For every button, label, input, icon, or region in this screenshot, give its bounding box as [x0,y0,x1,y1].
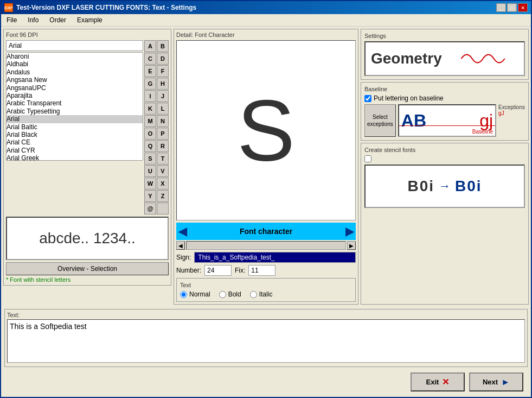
baseline-checkbox-row: Put lettering on baseline [364,94,525,102]
letter-Z[interactable]: Z [157,190,169,202]
letter-X[interactable]: X [157,178,169,189]
overview-selection-button[interactable]: Overview - Selection [6,262,169,275]
letter-Q[interactable]: Q [144,140,156,152]
font-option-arial-cyr[interactable]: Arial CYR [7,147,143,154]
letter-G[interactable]: G [144,78,156,90]
char-display-letter: S [237,87,295,174]
font-option-andalus[interactable]: Andalus [7,68,143,76]
letter-U[interactable]: U [144,165,156,177]
radio-bold[interactable]: Bold [219,290,241,298]
baseline-checkbox[interactable] [364,95,371,102]
font-option-arial-baltic[interactable]: Arial Baltic [7,123,143,131]
letter-Y[interactable]: Y [144,190,156,202]
select-exceptions-button[interactable]: Select exceptions [364,104,396,137]
stencil-checkbox-row [364,155,525,162]
stencil-preview: B0i → B0i [364,165,525,208]
font-option-arial-black[interactable]: Arial Black [7,131,143,138]
letter-empty[interactable] [157,203,169,214]
scroll-right-button[interactable]: ▶ [347,241,356,250]
letter-L[interactable]: L [157,103,169,115]
settings-label: Settings [364,33,525,39]
scroll-area: ◀ ▶ [176,241,356,250]
font-option-angsana-new[interactable]: Angsana New [7,76,143,84]
radio-normal[interactable]: Normal [180,290,210,298]
exit-button[interactable]: Exit ✕ [411,372,465,391]
font-option-aharoni[interactable]: Aharoni [7,53,143,60]
letter-E[interactable]: E [144,65,156,77]
font-option-arabic-transparent[interactable]: Arabic Transparent [7,99,143,107]
number-input[interactable] [204,265,232,276]
font-input[interactable] [6,40,143,51]
text-area-label: Text: [7,312,525,318]
fix-input[interactable] [248,265,275,276]
next-icon: ► [501,377,510,387]
next-button[interactable]: Next ► [469,372,523,391]
font-option-angsanaupc[interactable]: AngsanaUPC [7,84,143,92]
font-selector-area: Aharoni Aldhabi Andalus Angsana New Angs… [6,40,169,214]
letter-D[interactable]: D [157,53,169,65]
letter-C[interactable]: C [144,53,156,65]
letter-B[interactable]: B [157,40,169,52]
menu-info[interactable]: Info [24,15,42,25]
number-row: Number: Fix: [176,265,356,276]
font-option-aldhabi[interactable]: Aldhabi [7,60,143,68]
maximize-button[interactable]: □ [507,3,517,12]
baseline-group-label: Baseline [364,86,525,92]
title-bar: DXF Test-Version DXF LASER CUTTING FONTS… [1,1,531,14]
letter-S[interactable]: S [144,153,156,165]
geometry-wave-svg [447,48,518,70]
menu-file[interactable]: File [3,15,20,25]
letter-H[interactable]: H [157,78,169,90]
sign-input[interactable] [194,252,356,263]
fix-label: Fix: [235,267,245,274]
font-list[interactable]: Aharoni Aldhabi Andalus Angsana New Angs… [6,52,143,161]
scroll-track[interactable] [186,241,346,250]
nav-bar: ◀ Font character ▶ [176,223,356,240]
nav-label: Font character [240,227,292,236]
font-option-arial-ce[interactable]: Arial CE [7,138,143,146]
letter-P[interactable]: P [157,128,169,140]
sign-row: Sign: [176,252,356,263]
window-controls: _ □ ✕ [496,3,528,12]
font-list-container: Aharoni Aldhabi Andalus Angsana New Angs… [6,40,143,214]
font-option-arabic-typesetting[interactable]: Arabic Typesetting [7,108,143,115]
letter-N[interactable]: N [157,115,169,127]
menu-example[interactable]: Example [74,15,106,25]
stencil-after: B0i [455,178,482,195]
geometry-text: Geometry [371,50,442,67]
radio-italic-input[interactable] [250,291,257,298]
letter-J[interactable]: J [157,90,169,102]
letter-M[interactable]: M [144,115,156,127]
stencil-before: B0i [407,178,434,195]
letter-K[interactable]: K [144,103,156,115]
minimize-button[interactable]: _ [496,3,506,12]
stencil-checkbox[interactable] [364,155,371,162]
stencil-arrow-icon: → [439,179,451,193]
letter-at[interactable]: @ [144,203,156,214]
char-display: S [176,40,356,220]
radio-italic[interactable]: Italic [250,290,273,298]
letter-I[interactable]: I [144,90,156,102]
radio-bold-input[interactable] [219,291,226,298]
letter-F[interactable]: F [157,65,169,77]
radio-normal-input[interactable] [180,291,187,298]
letter-A[interactable]: A [144,40,156,52]
font-option-arial[interactable]: Arial [7,115,143,123]
letter-T[interactable]: T [157,153,169,165]
font-option-aparajita[interactable]: Aparajita [7,92,143,99]
letter-O[interactable]: O [144,128,156,140]
nav-prev-arrow[interactable]: ◀ [178,225,187,238]
letter-R[interactable]: R [157,140,169,152]
font-preview-text: abcde.. 1234.. [39,230,135,247]
nav-next-arrow[interactable]: ▶ [345,225,354,238]
exceptions-sub: gJ [498,110,525,116]
baseline-group: Baseline Put lettering on baseline Selec… [361,82,529,141]
font-option-arial-greek[interactable]: Arial Greek [7,154,143,161]
scroll-left-button[interactable]: ◀ [176,241,185,250]
radio-bold-label: Bold [228,290,241,298]
close-button[interactable]: ✕ [518,3,528,12]
menu-order[interactable]: Order [46,15,69,25]
letter-W[interactable]: W [144,178,156,189]
text-input[interactable]: This is a Softpedia test [7,319,525,363]
letter-V[interactable]: V [157,165,169,177]
